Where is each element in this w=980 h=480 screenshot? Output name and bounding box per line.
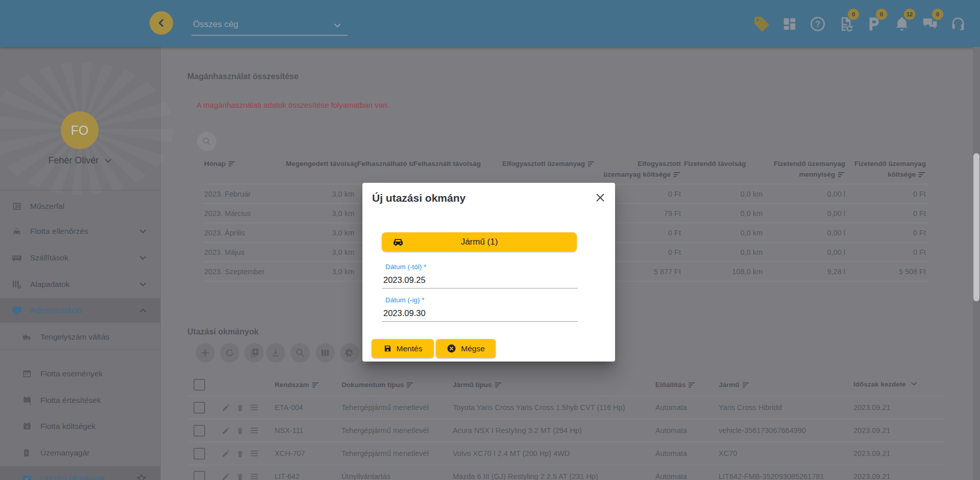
edit-pencil-icon[interactable] (222, 449, 231, 458)
add-button[interactable] (195, 343, 215, 363)
download-button[interactable] (266, 343, 285, 363)
chevron-down-icon (139, 254, 147, 262)
search-button[interactable] (290, 343, 310, 363)
column-header-allowed-distance[interactable]: Megengedett távolság (286, 157, 357, 184)
table-row[interactable]: NSX-111 Tehergépjármű menetlevél Acura N… (189, 419, 944, 442)
search-icon (202, 136, 212, 147)
select-all-checkbox[interactable] (193, 379, 205, 391)
column-header-payable-fuel-cost[interactable]: Fizetendő üzemanyag költsége (848, 157, 929, 184)
edit-pencil-icon[interactable] (222, 472, 231, 480)
truck-axle-icon (21, 331, 33, 343)
column-header-vehicle-type[interactable]: Jármű típus (444, 381, 646, 389)
top-app-bar: Összes cég ? 0 0 12 0 (0, 0, 980, 47)
sidebar-item-fleet-notifications[interactable]: Flotta értesítések (0, 388, 160, 413)
delete-trash-icon[interactable] (236, 426, 244, 435)
delete-trash-icon[interactable] (236, 472, 244, 480)
refresh-icon (225, 348, 235, 358)
sidebar-item-travel-documents[interactable]: Utazási okmányok (0, 466, 160, 480)
documents-section-title: Utazási okmányok (187, 327, 259, 337)
user-menu[interactable]: Fehér Olivér (0, 155, 160, 166)
row-checkbox[interactable] (193, 402, 205, 414)
scrollbar-thumb[interactable] (973, 153, 979, 301)
sort-icon (689, 382, 696, 388)
column-header-period-start[interactable]: Időszak kezdete (844, 380, 944, 389)
svg-text:?: ? (815, 19, 821, 29)
sidebar-item-transports[interactable]: Szállítások (0, 246, 160, 270)
chevron-down-icon (139, 280, 147, 289)
save-button[interactable]: Mentés (372, 339, 434, 358)
column-header-consumed-fuel[interactable]: Elfogyasztott üzemanyag (490, 157, 598, 184)
avatar[interactable]: FO (61, 111, 99, 149)
table-row[interactable]: ETA-004 Tehergépjármű menetlevél Toyota … (189, 396, 944, 419)
bus-icon (11, 252, 22, 263)
column-header-generation[interactable]: Előállítás (646, 381, 709, 389)
dashboard-icon (11, 201, 22, 212)
ticket-check-icon (21, 473, 33, 480)
sort-icon (312, 382, 320, 388)
sidebar-item-axle-change[interactable]: Tengelyszám váltás (0, 325, 160, 349)
notifications-bell-icon[interactable]: 12 (892, 14, 912, 34)
date-to-input[interactable]: 2023.09.30 (383, 308, 426, 318)
document-sync-icon[interactable]: 0 (836, 14, 856, 34)
column-header-vehicle[interactable]: Jármű (709, 381, 844, 389)
date-to-label: Dátum (-ig) * (385, 296, 425, 304)
column-header-payable-fuel-quantity[interactable]: Fizetendő üzemanyag mennyiség (766, 157, 848, 184)
column-header-used-distance[interactable]: Felhasznált távolság (413, 157, 490, 184)
sidebar-item-dashboard[interactable]: Műszerfal (0, 194, 160, 219)
columns-button[interactable] (315, 343, 335, 363)
settings-button[interactable] (340, 343, 359, 363)
select-underline (191, 35, 348, 36)
column-header-month[interactable]: Hónap (204, 157, 286, 184)
row-menu-icon[interactable] (250, 472, 259, 480)
sidebar-item-fuel-price[interactable]: F Üzemanyagár (0, 441, 160, 465)
summary-search-button[interactable] (197, 132, 216, 151)
sidebar-item-fleet-events[interactable]: Flotta események (0, 362, 160, 386)
vehicle-select-button[interactable]: Jármű (1) (382, 232, 577, 252)
table-row[interactable]: LIT-642 Útnyilvántartás Mazda 6 III (GJ)… (189, 465, 944, 480)
column-header-plate[interactable]: Rendszám (265, 381, 332, 389)
delete-trash-icon[interactable] (236, 403, 244, 412)
support-headset-icon[interactable] (948, 14, 968, 34)
scrollbar[interactable] (973, 47, 980, 480)
column-header-document-type[interactable]: Dokumentum típus (332, 381, 444, 389)
help-icon[interactable]: ? (807, 14, 828, 34)
messages-icon[interactable]: 0 (920, 14, 940, 34)
date-from-input[interactable]: 2023.09.25 (383, 275, 426, 285)
row-menu-icon[interactable] (250, 449, 259, 458)
monitor-icon (11, 305, 22, 316)
duplicate-button[interactable] (244, 343, 264, 363)
row-menu-icon[interactable] (250, 403, 259, 412)
cancel-button[interactable]: Mégse (436, 339, 496, 358)
column-header-usable-distance[interactable]: Felhasználható távolság (357, 157, 413, 184)
sidebar-item-base-data[interactable]: Alapadatok (0, 272, 160, 297)
tags-icon[interactable] (751, 14, 772, 34)
input-underline (382, 321, 578, 322)
row-checkbox[interactable] (193, 471, 205, 480)
close-icon[interactable] (594, 191, 607, 204)
row-menu-icon[interactable] (250, 426, 259, 435)
company-select[interactable]: Összes cég (191, 15, 348, 36)
parking-icon[interactable]: 0 (864, 14, 884, 34)
sidebar-item-fleet-costs[interactable]: $ Flotta költségek (0, 414, 160, 439)
summary-table-header: Hónap Megengedett távolság Felhasználhat… (204, 157, 929, 184)
column-header-consumed-fuel-cost[interactable]: Elfogyasztott üzemanyag költsége (598, 157, 684, 184)
sidebar-item-administration[interactable]: Adminisztráció (0, 298, 160, 323)
column-header-payable-distance[interactable]: Fizetendő távolság (684, 157, 766, 184)
edit-pencil-icon[interactable] (222, 426, 231, 435)
row-checkbox[interactable] (193, 425, 205, 437)
input-underline (382, 288, 578, 289)
sidebar-item-fleet-check[interactable]: Flotta ellenőrzés (0, 219, 160, 244)
refresh-button[interactable] (220, 343, 239, 363)
back-button[interactable] (150, 11, 173, 35)
row-checkbox[interactable] (193, 448, 205, 460)
company-select-value: Összes cég (193, 19, 238, 30)
sort-icon (229, 161, 236, 166)
calendar-dollar-icon: $ (21, 421, 33, 432)
edit-pencil-icon[interactable] (222, 403, 231, 412)
date-from-label: Dátum (-tól) * (385, 263, 426, 271)
dashboard-apps-icon[interactable] (779, 14, 800, 34)
delete-trash-icon[interactable] (236, 449, 244, 458)
table-row[interactable]: XCH-707 Tehergépjármű menetlevél Volvo X… (189, 442, 944, 465)
app-root: Összes cég ? 0 0 12 0 (0, 0, 980, 480)
favorite-star-icon[interactable] (136, 473, 147, 480)
